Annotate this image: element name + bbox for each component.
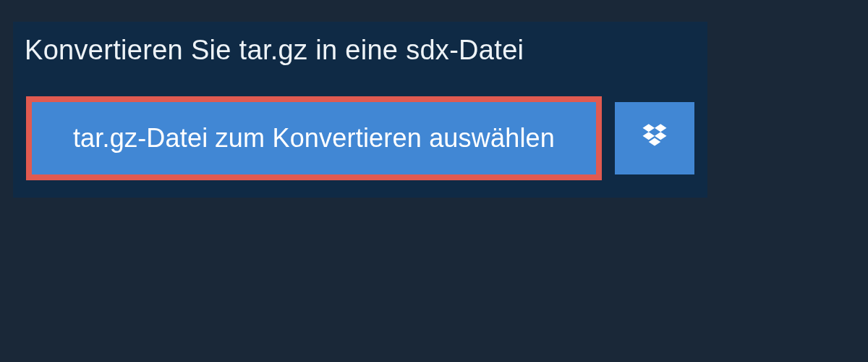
page-title: Konvertieren Sie tar.gz in eine sdx-Date… (13, 22, 544, 82)
dropbox-icon (639, 121, 671, 156)
select-file-highlight: tar.gz-Datei zum Konvertieren auswählen (26, 96, 602, 180)
select-file-button[interactable]: tar.gz-Datei zum Konvertieren auswählen (32, 102, 596, 174)
select-file-label: tar.gz-Datei zum Konvertieren auswählen (73, 123, 555, 153)
converter-panel: Konvertieren Sie tar.gz in eine sdx-Date… (13, 22, 707, 198)
dropbox-button[interactable] (615, 102, 694, 174)
button-row: tar.gz-Datei zum Konvertieren auswählen (13, 82, 707, 198)
